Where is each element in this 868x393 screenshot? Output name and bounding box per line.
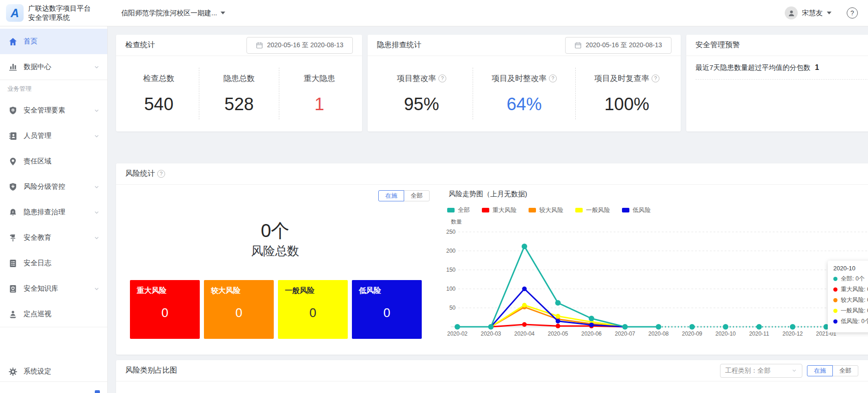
sidebar-item-knowledge-base[interactable]: 安全知识库 — [0, 276, 107, 301]
toggle-all[interactable]: 全部 — [404, 190, 430, 201]
tooltip-dot — [833, 287, 837, 292]
user-caret-down-icon[interactable] — [827, 12, 831, 14]
calendar-icon — [574, 42, 582, 49]
gear-icon — [8, 367, 18, 376]
category-status-toggle: 在施 全部 — [807, 365, 858, 376]
app-title-line1: 广联达数字项目平台 — [28, 4, 91, 13]
toggle-all[interactable]: 全部 — [832, 365, 858, 376]
risk-total-value: 0个 — [130, 218, 420, 243]
question-circle-icon[interactable] — [652, 75, 659, 82]
stat-label: 项目整改率 — [397, 73, 436, 84]
question-circle-icon[interactable] — [157, 170, 165, 178]
tooltip-row: 低风险: 0个 — [833, 318, 868, 325]
sidebar-item-label: 首页 — [24, 37, 100, 46]
hazard-stats-card: 隐患排查统计 2020-05-16 至 2020-08-13 项目整改率 95%… — [368, 35, 681, 131]
legend-swatch — [447, 208, 455, 212]
calendar-icon — [256, 42, 263, 49]
date-range-value: 2020-05-16 至 2020-08-13 — [585, 41, 662, 50]
inspection-date-range-picker[interactable]: 2020-05-16 至 2020-08-13 — [246, 37, 353, 54]
location-pin-icon — [8, 157, 18, 166]
help-icon[interactable] — [847, 7, 858, 19]
stat-major-hazards: 重大隐患 1 — [279, 73, 359, 114]
risk-status-toggle: 在施 全部 — [378, 190, 430, 201]
chevron-down-icon — [93, 133, 100, 139]
app-logo-icon: A — [6, 4, 24, 22]
chevron-down-icon — [93, 64, 100, 70]
sidebar-divider — [0, 327, 107, 327]
sidebar-bottom-indicator[interactable] — [95, 390, 100, 393]
tooltip-row: 重大风险: 0个 — [833, 286, 868, 293]
stat-label: 项目及时复查率 — [594, 73, 649, 84]
sidebar-item-system-settings[interactable]: 系统设定 — [0, 362, 107, 381]
warning-card-header: 安全管理预警 — [686, 35, 868, 56]
project-selector[interactable]: 信阳师范学院淮河校区一期建... — [121, 9, 225, 18]
person-pin-icon — [8, 310, 18, 319]
stat-label: 重大隐患 — [304, 73, 335, 84]
safety-warning-card: 安全管理预警 最近7天隐患数量超过平均值的分包数 1 — [686, 35, 868, 131]
risk-trend-line-chart[interactable]: 50100150200250数量2020-022020-032020-04202… — [440, 217, 868, 347]
sidebar-item-safety-elements[interactable]: 安全管理要素 — [0, 98, 107, 123]
legend-item-significant[interactable]: 较大风险 — [529, 206, 563, 214]
tooltip-row: 全部: 0个 — [833, 275, 868, 283]
sidebar-item-data-center[interactable]: 数据中心 — [0, 54, 107, 80]
chart-tooltip: 2020-10 全部: 0个 重大风险: 0个 较大风险: 0个 一般风险: 0… — [828, 261, 868, 332]
tooltip-dot — [833, 277, 837, 281]
sidebar-item-fixed-patrol[interactable]: 定点巡视 — [0, 301, 107, 327]
project-type-dropdown[interactable]: 工程类别：全部 — [720, 364, 802, 378]
inspection-stats-body: 检查总数 540 隐患总数 528 重大隐患 1 — [116, 56, 362, 131]
toggle-in-construction[interactable]: 在施 — [807, 365, 833, 376]
inspection-card-title: 检查统计 — [125, 40, 155, 50]
user-avatar[interactable] — [785, 6, 798, 19]
stat-value: 540 — [144, 94, 173, 114]
chevron-down-icon — [93, 235, 100, 241]
risk-card-header: 风险统计 — [116, 163, 868, 185]
warning-message-row: 最近7天隐患数量超过平均值的分包数 1 — [686, 56, 868, 79]
sidebar-item-safety-education[interactable]: 安全教育 — [0, 225, 107, 250]
svg-text:2020-07: 2020-07 — [615, 331, 635, 337]
sidebar-item-label: 安全知识库 — [24, 284, 93, 293]
risk-box-value: 0 — [211, 306, 267, 320]
toggle-in-construction[interactable]: 在施 — [378, 190, 404, 201]
chevron-down-icon — [93, 107, 100, 114]
stat-label: 隐患总数 — [223, 73, 255, 84]
risk-box-general: 一般风险 0 — [278, 280, 348, 339]
warning-card-title: 安全管理预警 — [696, 40, 740, 50]
sidebar-item-responsibility-area[interactable]: 责任区域 — [0, 149, 107, 174]
legend-item-major[interactable]: 重大风险 — [482, 206, 517, 214]
legend-item-general[interactable]: 一般风险 — [575, 206, 610, 214]
user-name[interactable]: 宋慧友 — [802, 9, 823, 18]
risk-box-significant: 较大风险 0 — [204, 280, 274, 339]
alarm-bolt-icon — [8, 208, 18, 217]
main-content: 检查统计 2020-05-16 至 2020-08-13 检查总数 540 隐患… — [108, 26, 868, 393]
risk-box-value: 0 — [137, 306, 193, 320]
stat-timely-review-rate: 项目及时复查率 100% — [576, 73, 678, 114]
sidebar-item-home[interactable]: 首页 — [0, 29, 107, 54]
sidebar-item-label: 安全日志 — [24, 259, 100, 268]
shield-arrow-icon — [8, 182, 18, 192]
svg-text:2020-10: 2020-10 — [715, 331, 736, 337]
sidebar-item-personnel[interactable]: 人员管理 — [0, 123, 107, 149]
warning-message: 最近7天隐患数量超过平均值的分包数 — [696, 63, 810, 72]
sidebar-divider — [0, 381, 107, 382]
sidebar-item-risk-control[interactable]: 风险分级管控 — [0, 174, 107, 200]
sidebar-item-label: 安全管理要素 — [24, 106, 93, 115]
risk-category-header: 风险类别占比图 工程类别：全部 在施 全部 — [116, 360, 868, 381]
sidebar-item-label: 定点巡视 — [24, 310, 100, 318]
list-document-icon — [8, 259, 18, 268]
question-circle-icon[interactable] — [549, 75, 557, 82]
legend-item-all[interactable]: 全部 — [447, 206, 470, 214]
trend-chart-title: 风险走势图（上月无数据) — [449, 190, 527, 199]
sidebar-item-safety-log[interactable]: 安全日志 — [0, 250, 107, 276]
legend-item-low[interactable]: 低风险 — [622, 206, 651, 214]
sidebar-item-hazard-management[interactable]: 隐患排查治理 — [0, 200, 107, 225]
question-circle-icon[interactable] — [438, 75, 446, 82]
risk-card-title: 风险统计 — [125, 169, 155, 179]
home-icon — [8, 37, 18, 46]
top-header: A 广联达数字项目平台 安全管理系统 信阳师范学院淮河校区一期建... 宋慧友 — [0, 0, 868, 26]
risk-category-card: 风险类别占比图 工程类别：全部 在施 全部 — [116, 360, 868, 393]
tooltip-dot — [833, 319, 837, 324]
hazard-date-range-picker[interactable]: 2020-05-16 至 2020-08-13 — [565, 37, 671, 54]
svg-text:50: 50 — [449, 305, 456, 311]
risk-box-low: 低风险 0 — [352, 280, 422, 339]
bar-chart-icon — [8, 62, 18, 72]
